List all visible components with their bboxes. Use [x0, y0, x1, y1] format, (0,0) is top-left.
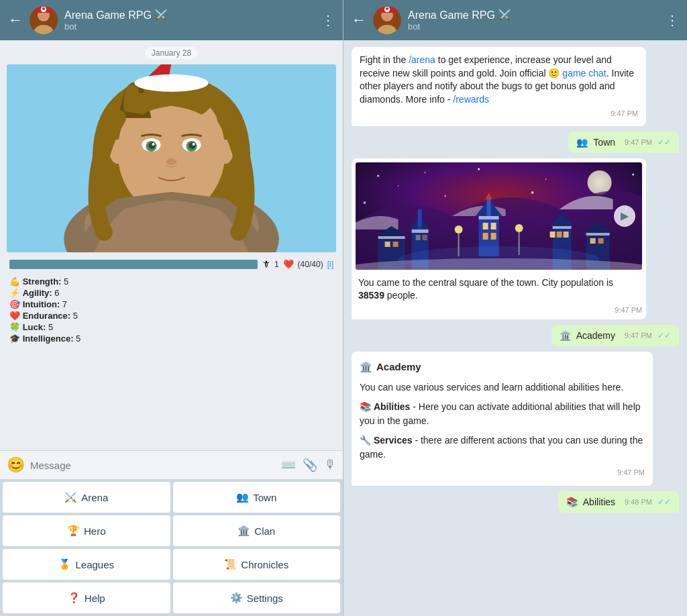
user-academy-icon: 🏛️ — [560, 330, 571, 341]
svg-rect-59 — [385, 242, 390, 247]
left-panel: ← Arena Game RPG ⚔️ bot ⋮ Ja — [0, 0, 344, 616]
academy-services-item: 🔧 Services - there are different actions… — [360, 433, 645, 462]
town-button[interactable]: 👥 Town — [173, 482, 341, 513]
user-town-label: Town — [593, 137, 615, 148]
user-academy-time: 9:47 PM — [625, 331, 652, 340]
stat-intuition: 🎯 Intuition: 7 — [9, 299, 333, 310]
academy-title: 🏛️ Academy — [360, 360, 645, 375]
svg-rect-42 — [483, 223, 488, 229]
check-mark-town: ✓✓ — [657, 138, 671, 147]
svg-point-31 — [588, 170, 612, 195]
chronicles-button[interactable]: 📜 Chronicles — [173, 549, 341, 580]
svg-rect-60 — [393, 242, 399, 247]
svg-point-73 — [531, 191, 534, 194]
stat-intelligence: 🎓 Intelligence: 5 — [9, 333, 333, 344]
check-mark-academy: ✓✓ — [657, 331, 671, 340]
svg-rect-68 — [378, 236, 405, 239]
svg-point-37 — [398, 185, 399, 187]
back-button[interactable]: ← — [8, 11, 23, 29]
svg-point-34 — [478, 168, 480, 170]
emoji-button[interactable]: 😊 — [7, 456, 25, 474]
hero-label: Hero — [84, 525, 106, 537]
svg-rect-66 — [479, 216, 499, 219]
rewards-link[interactable]: /rewards — [453, 94, 489, 105]
date-label: January 28 — [145, 47, 198, 59]
clan-button[interactable]: 🏛️ Clan — [173, 515, 341, 546]
help-icon: ❓ — [68, 592, 81, 604]
svg-rect-56 — [564, 232, 569, 238]
svg-point-35 — [545, 178, 547, 180]
svg-rect-43 — [491, 223, 496, 229]
user-academy-label: Academy — [576, 330, 615, 341]
svg-point-17 — [193, 143, 195, 146]
town-description: You came to the central square of the to… — [356, 274, 642, 303]
svg-point-36 — [632, 173, 634, 175]
input-icons: ⌨️ 📎 🎙 — [281, 458, 336, 472]
academy-abilities-item: 📚 Abilities - Here you can activate addi… — [360, 400, 645, 428]
user-academy-message: 🏛️ Academy 9:47 PM ✓✓ — [551, 325, 679, 346]
user-town-time: 9:47 PM — [625, 138, 652, 146]
settings-icon: ⚙️ — [230, 592, 243, 604]
hero-button[interactable]: 🏆 Hero — [3, 515, 170, 546]
right-bot-label: bot — [408, 21, 659, 32]
game-chat-link[interactable]: game chat — [562, 68, 606, 79]
health-icon: ❤️ — [283, 259, 294, 269]
header-title: Arena Game RPG ⚔️ — [64, 9, 315, 21]
info-link[interactable]: [i] — [327, 260, 333, 269]
bot-academy-message: 🏛️ Academy You can use various services … — [352, 352, 653, 486]
user-abilities-icon: 📚 — [566, 497, 578, 507]
arena-icon: ⚔️ — [64, 491, 77, 503]
chronicles-icon: 📜 — [224, 558, 237, 570]
leagues-icon: 🏅 — [58, 558, 71, 570]
menu-icon[interactable]: ⋮ — [321, 12, 335, 28]
right-panel: ← Arena Game RPG ⚔️ bot ⋮ — [344, 0, 687, 616]
town-label: Town — [253, 492, 276, 503]
forward-icon[interactable]: ▶ — [614, 205, 635, 227]
arena-button[interactable]: ⚔️ Arena — [3, 482, 170, 513]
svg-rect-64 — [598, 238, 604, 244]
bot-label: bot — [64, 21, 315, 32]
stat-strength: 💪 Strength: 5 — [9, 276, 333, 287]
svg-rect-69 — [586, 233, 610, 236]
svg-rect-44 — [483, 233, 488, 240]
abilities-label: Abilities — [374, 401, 410, 412]
svg-rect-45 — [491, 233, 496, 240]
title-icon: ⚔️ — [154, 9, 168, 21]
settings-button[interactable]: ⚙️ Settings — [173, 582, 341, 613]
left-header: ← Arena Game RPG ⚔️ bot ⋮ — [0, 0, 343, 40]
right-avatar-image — [373, 6, 401, 34]
leagues-label: Leagues — [75, 559, 114, 570]
svg-point-79 — [515, 224, 523, 232]
health-bar-row: 🗡 1 ❤️ (40/40) [i] — [7, 255, 336, 270]
message-input[interactable] — [30, 460, 276, 471]
leagues-button[interactable]: 🏅 Leagues — [3, 549, 170, 580]
svg-point-72 — [444, 195, 446, 197]
keyboard-icon[interactable]: ⌨️ — [281, 458, 296, 472]
svg-point-23 — [134, 74, 208, 92]
mic-icon[interactable]: 🎙 — [324, 458, 336, 472]
input-bar: 😊 ⌨️ 📎 🎙 — [0, 450, 343, 479]
svg-point-29 — [386, 7, 388, 10]
academy-time: 9:47 PM — [617, 467, 645, 478]
health-bar-fill — [9, 260, 258, 269]
clan-label: Clan — [254, 525, 275, 537]
services-icon: 🔧 — [360, 435, 371, 446]
arena-link[interactable]: /arena — [409, 54, 435, 65]
header-info: Arena Game RPG ⚔️ bot — [64, 9, 315, 32]
character-image — [7, 64, 336, 252]
attach-icon[interactable]: 📎 — [303, 458, 317, 472]
stat-endurance: ❤️ Endurance: 5 — [9, 310, 333, 321]
right-back-button[interactable]: ← — [352, 11, 366, 29]
keyboard-grid: ⚔️ Arena 👥 Town 🏆 Hero 🏛️ Clan 🏅 Leagues… — [0, 479, 343, 616]
health-bar-background — [9, 260, 258, 269]
right-menu-icon[interactable]: ⋮ — [666, 12, 679, 28]
svg-point-32 — [377, 174, 379, 176]
left-chat-content: January 28 — [0, 40, 343, 450]
user-town-message: 👥 Town 9:47 PM ✓✓ — [568, 132, 679, 153]
help-button[interactable]: ❓ Help — [3, 582, 170, 613]
bot-message-1: Fight in the /arena to get experience, i… — [352, 47, 646, 126]
bot-message-1-text: Fight in the /arena to get experience, i… — [360, 54, 634, 105]
user-abilities-time: 9:48 PM — [625, 498, 652, 506]
arena-label: Arena — [81, 492, 108, 503]
svg-point-16 — [152, 143, 154, 146]
